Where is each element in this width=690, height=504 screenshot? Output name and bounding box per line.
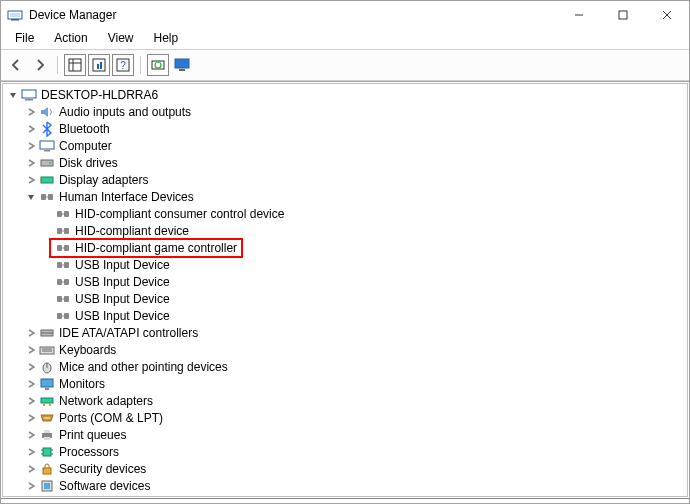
svg-rect-7 — [69, 59, 81, 71]
tree-item-mice[interactable]: Mice and other pointing devices — [3, 358, 687, 375]
menu-view[interactable]: View — [98, 29, 144, 49]
processor-icon — [39, 444, 55, 460]
back-button[interactable] — [5, 54, 27, 76]
chevron-right-icon[interactable] — [25, 174, 37, 186]
tree-item-network[interactable]: Network adapters — [3, 392, 687, 409]
svg-rect-66 — [44, 430, 50, 433]
chevron-right-icon[interactable] — [25, 327, 37, 339]
chevron-right-icon[interactable] — [25, 480, 37, 492]
chevron-right-icon[interactable] — [25, 463, 37, 475]
svg-rect-42 — [64, 279, 69, 285]
svg-rect-48 — [64, 313, 69, 319]
chevron-right-icon[interactable] — [25, 412, 37, 424]
tree-item-processors[interactable]: Processors — [3, 443, 687, 460]
tree-root[interactable]: DESKTOP-HLDRRA6 — [3, 86, 687, 103]
device-manager-window: Device Manager File Action View Help ? — [0, 0, 690, 504]
chevron-right-icon[interactable] — [25, 123, 37, 135]
help-button[interactable]: ? — [112, 54, 134, 76]
chevron-right-icon[interactable] — [25, 446, 37, 458]
tree-item-hid-game-controller[interactable]: HID-compliant game controller — [3, 239, 687, 256]
tree-label: Keyboards — [59, 343, 116, 357]
tree-label: HID-compliant game controller — [75, 241, 237, 255]
tree-item-software[interactable]: Software devices — [3, 477, 687, 494]
tree-item-hid-child[interactable]: USB Input Device — [3, 273, 687, 290]
svg-rect-61 — [49, 404, 51, 406]
printer-icon — [39, 427, 55, 443]
properties-button[interactable] — [88, 54, 110, 76]
svg-rect-1 — [11, 19, 19, 21]
close-button[interactable] — [645, 1, 689, 29]
tree-label: Network adapters — [59, 394, 153, 408]
computer-icon — [21, 87, 37, 103]
hid-icon — [55, 257, 71, 273]
svg-point-64 — [48, 417, 50, 419]
tree-item-bluetooth[interactable]: Bluetooth — [3, 120, 687, 137]
tree-item-hid-child[interactable]: USB Input Device — [3, 256, 687, 273]
svg-rect-45 — [64, 296, 69, 302]
chevron-right-icon[interactable] — [25, 344, 37, 356]
tree-item-hid-child[interactable]: USB Input Device — [3, 307, 687, 324]
svg-rect-47 — [57, 313, 62, 319]
svg-rect-26 — [41, 194, 46, 200]
chevron-right-icon[interactable] — [25, 497, 37, 498]
tree-item-hid-child[interactable]: HID-compliant consumer control device — [3, 205, 687, 222]
svg-point-63 — [46, 417, 48, 419]
tree-item-print-queues[interactable]: Print queues — [3, 426, 687, 443]
status-strip — [1, 498, 689, 503]
scan-hardware-button[interactable] — [147, 54, 169, 76]
menu-action[interactable]: Action — [44, 29, 97, 49]
minimize-button[interactable] — [557, 1, 601, 29]
tree-item-ide[interactable]: IDE ATA/ATAPI controllers — [3, 324, 687, 341]
tree-item-security[interactable]: Security devices — [3, 460, 687, 477]
svg-rect-44 — [57, 296, 62, 302]
hid-icon — [55, 240, 71, 256]
tree-item-hid[interactable]: Human Interface Devices — [3, 188, 687, 205]
svg-rect-29 — [57, 211, 62, 217]
tree-label: Print queues — [59, 428, 126, 442]
tree-item-computer[interactable]: Computer — [3, 137, 687, 154]
tree-label: Human Interface Devices — [59, 190, 194, 204]
tree-label: Ports (COM & LPT) — [59, 411, 163, 425]
chevron-right-icon[interactable] — [25, 106, 37, 118]
monitor-icon-button[interactable] — [171, 54, 193, 76]
tree-item-sound[interactable]: Sound, video and game controllers — [3, 494, 687, 497]
software-icon — [39, 478, 55, 494]
svg-point-23 — [49, 162, 51, 164]
chevron-down-icon[interactable] — [7, 89, 19, 101]
svg-rect-20 — [40, 141, 54, 149]
tree-item-disk[interactable]: Disk drives — [3, 154, 687, 171]
tree-item-monitors[interactable]: Monitors — [3, 375, 687, 392]
chevron-right-icon[interactable] — [25, 395, 37, 407]
menu-file[interactable]: File — [5, 29, 44, 49]
bluetooth-icon — [39, 121, 55, 137]
chevron-right-icon[interactable] — [25, 429, 37, 441]
tree-item-hid-child[interactable]: HID-compliant device — [3, 222, 687, 239]
svg-text:?: ? — [120, 60, 126, 71]
titlebar: Device Manager — [1, 1, 689, 29]
toolbar-separator — [57, 56, 58, 74]
chevron-right-icon[interactable] — [25, 157, 37, 169]
device-tree[interactable]: DESKTOP-HLDRRA6 Audio inputs and outputs… — [2, 83, 688, 497]
tree-label: HID-compliant consumer control device — [75, 207, 284, 221]
tree-item-keyboards[interactable]: Keyboards — [3, 341, 687, 358]
forward-button[interactable] — [29, 54, 51, 76]
hid-icon — [55, 308, 71, 324]
tree-label: Security devices — [59, 462, 146, 476]
tree-label: Monitors — [59, 377, 105, 391]
svg-rect-58 — [45, 388, 49, 390]
maximize-button[interactable] — [601, 1, 645, 29]
tree-item-display[interactable]: Display adapters — [3, 171, 687, 188]
chevron-down-icon[interactable] — [25, 191, 37, 203]
tree-item-audio[interactable]: Audio inputs and outputs — [3, 103, 687, 120]
svg-rect-2 — [10, 13, 20, 17]
show-hide-tree-button[interactable] — [64, 54, 86, 76]
monitor-icon — [39, 376, 55, 392]
tree-item-hid-child[interactable]: USB Input Device — [3, 290, 687, 307]
chevron-right-icon[interactable] — [25, 378, 37, 390]
tree-item-ports[interactable]: Ports (COM & LPT) — [3, 409, 687, 426]
menu-help[interactable]: Help — [144, 29, 189, 49]
chevron-right-icon[interactable] — [25, 361, 37, 373]
ide-icon — [39, 325, 55, 341]
chevron-right-icon[interactable] — [25, 140, 37, 152]
tree-label: Mice and other pointing devices — [59, 360, 228, 374]
